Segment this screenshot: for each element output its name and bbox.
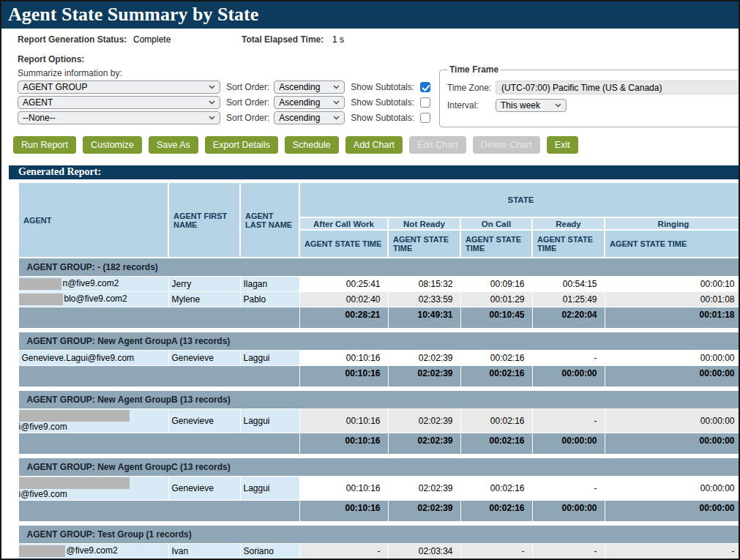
subtotal-cell: 00:28:21 xyxy=(299,307,388,329)
subtotal-cell: 00:02:16 xyxy=(460,433,532,455)
value-cell: 00:02:16 xyxy=(460,409,532,433)
summarize-select-1[interactable]: AGENT GROUP xyxy=(18,81,220,94)
state-header-not-ready: Not Ready xyxy=(388,217,460,230)
subtotal-cell: 00:00:00 xyxy=(605,501,740,522)
interval-select[interactable]: This week xyxy=(496,99,567,112)
sub-col-agent-state-time: AGENT STATE TIME xyxy=(605,230,740,258)
subtotal-spacer xyxy=(18,366,299,387)
last-name-cell: Laggui xyxy=(240,409,299,433)
value-cell: - xyxy=(605,544,740,559)
group-header: AGENT GROUP: Test Group (1 records) xyxy=(18,526,740,544)
interval-select-value: This week xyxy=(501,100,540,111)
sort-order-label-2: Sort Order: xyxy=(226,97,269,108)
sort-order-select-3-value: Ascending xyxy=(279,113,320,123)
show-subtotals-checkbox-2[interactable] xyxy=(420,97,430,108)
value-cell: 08:15:32 xyxy=(388,277,460,292)
summarize-row-3: --None-- Sort Order: Ascending Show Subt… xyxy=(18,111,430,124)
value-cell: 00:10:16 xyxy=(299,351,388,366)
table-row: @five9.com2 Ivan Soriano - 02:03:34 - - … xyxy=(18,544,740,559)
group-header: AGENT GROUP: New Agent GroupA (13 record… xyxy=(18,332,740,351)
chevron-down-icon xyxy=(209,100,215,105)
agent-email: i@five9.com xyxy=(19,489,67,499)
show-subtotals-label-3: Show Subtotals: xyxy=(351,113,414,123)
time-zone-field[interactable]: (UTC-07:00) Pacific Time (US & Canada) xyxy=(496,81,740,94)
subtotal-cell: 00:02:16 xyxy=(460,366,532,387)
agent-cell: i@five9.com xyxy=(18,477,168,501)
page-title: Agent State Summary by State xyxy=(1,1,739,29)
value-cell: 02:02:39 xyxy=(388,409,460,433)
summarize-select-2[interactable]: AGENT xyxy=(18,96,220,109)
sort-order-select-2[interactable]: Ascending xyxy=(274,96,345,109)
value-cell: 01:25:49 xyxy=(532,292,605,307)
agent-email: Genevieve.Lagui@five9.com xyxy=(22,353,135,363)
chevron-down-icon xyxy=(209,116,215,120)
show-subtotals-label-1: Show Subtotals: xyxy=(351,82,414,92)
table-row: n@five9.com2 Jerry Ilagan 00:25:41 08:15… xyxy=(18,277,740,292)
add-chart-button[interactable]: Add Chart xyxy=(345,136,403,154)
group-header: AGENT GROUP: New Agent GroupB (13 record… xyxy=(18,391,740,409)
subtotal-cell: 02:02:39 xyxy=(388,366,460,387)
state-header-ready: Ready xyxy=(532,217,605,230)
state-header-on-call: On Call xyxy=(460,217,532,230)
save-as-button[interactable]: Save As xyxy=(149,136,198,154)
table-row: i@five9.com Genevieve Laggui 00:10:16 02… xyxy=(18,477,740,501)
agent-cell: Genevieve.Lagui@five9.com xyxy=(18,351,168,366)
value-cell: 00:09:16 xyxy=(460,277,532,292)
exit-button[interactable]: Exit xyxy=(547,136,578,154)
last-name-cell: Pablo xyxy=(240,292,299,307)
time-zone-row: Time Zone: (UTC-07:00) Pacific Time (US … xyxy=(447,81,740,94)
table-row: i@five9.com Genevieve Laggui 00:10:16 02… xyxy=(18,409,740,433)
generation-status-value: Complete xyxy=(133,34,171,45)
value-cell: - xyxy=(460,544,532,559)
agent-cell: n@five9.com2 xyxy=(18,277,168,292)
last-name-cell: Soriano xyxy=(240,544,299,559)
redaction-block xyxy=(19,477,130,489)
value-cell: 02:03:34 xyxy=(388,544,460,559)
interval-label: Interval: xyxy=(447,100,496,111)
subtotal-cell: 00:02:16 xyxy=(460,501,532,522)
value-cell: 00:02:16 xyxy=(460,351,532,366)
edit-chart-button: Edit Chart xyxy=(409,136,466,154)
value-cell: 02:02:39 xyxy=(388,351,460,366)
col-header-agent: AGENT xyxy=(18,182,168,258)
agent-email: blo@five9.com2 xyxy=(64,294,127,304)
last-name-cell: Laggui xyxy=(240,351,299,366)
value-cell: 00:00:00 xyxy=(605,409,740,433)
export-details-button[interactable]: Export Details xyxy=(205,136,278,154)
value-cell: - xyxy=(532,477,605,501)
subtotal-cell: 00:10:16 xyxy=(299,433,388,455)
sort-order-label-3: Sort Order: xyxy=(226,113,269,123)
state-header-after-call-work: After Call Work xyxy=(299,217,388,230)
time-frame-fieldset: Time Frame Time Zone: (UTC-07:00) Pacifi… xyxy=(439,64,740,127)
sort-order-select-3[interactable]: Ascending xyxy=(274,111,345,124)
subtotal-cell: 00:00:00 xyxy=(605,366,740,387)
run-report-button[interactable]: Run Report xyxy=(13,136,76,154)
customize-button[interactable]: Customize xyxy=(83,136,142,154)
schedule-button[interactable]: Schedule xyxy=(285,136,339,154)
show-subtotals-checkbox-3[interactable] xyxy=(420,113,430,123)
subtotal-cell: 00:01:18 xyxy=(605,307,740,329)
value-cell: - xyxy=(532,351,605,366)
subtotal-cell: 00:00:00 xyxy=(532,433,605,455)
col-header-first-name: AGENT FIRST NAME xyxy=(168,182,240,258)
subtotal-row: 00:10:16 02:02:39 00:02:16 00:00:00 00:0… xyxy=(18,501,740,522)
subtotal-row: 00:10:16 02:02:39 00:02:16 00:00:00 00:0… xyxy=(18,433,740,455)
redaction-block xyxy=(19,545,65,557)
table-row: blo@five9.com2 Mylene Pablo 00:02:40 02:… xyxy=(18,292,740,307)
chevron-down-icon xyxy=(333,116,340,120)
value-cell: 00:00:10 xyxy=(605,277,740,292)
sort-order-label-1: Sort Order: xyxy=(226,82,269,92)
sort-order-select-1[interactable]: Ascending xyxy=(274,81,345,94)
agent-cell: blo@five9.com2 xyxy=(18,292,168,307)
first-name-cell: Genevieve xyxy=(168,409,240,433)
subtotal-cell: 02:02:39 xyxy=(388,501,460,522)
value-cell: 00:00:00 xyxy=(605,351,740,366)
summarize-select-3[interactable]: --None-- xyxy=(18,111,220,124)
value-cell: 02:33:59 xyxy=(388,292,460,307)
redaction-block xyxy=(19,410,130,422)
value-cell: 00:02:16 xyxy=(460,477,532,501)
subtotal-cell: 00:00:00 xyxy=(605,433,740,455)
show-subtotals-checkbox-1[interactable] xyxy=(420,82,430,92)
time-frame-legend: Time Frame xyxy=(447,64,501,75)
chevron-down-icon xyxy=(555,103,561,108)
